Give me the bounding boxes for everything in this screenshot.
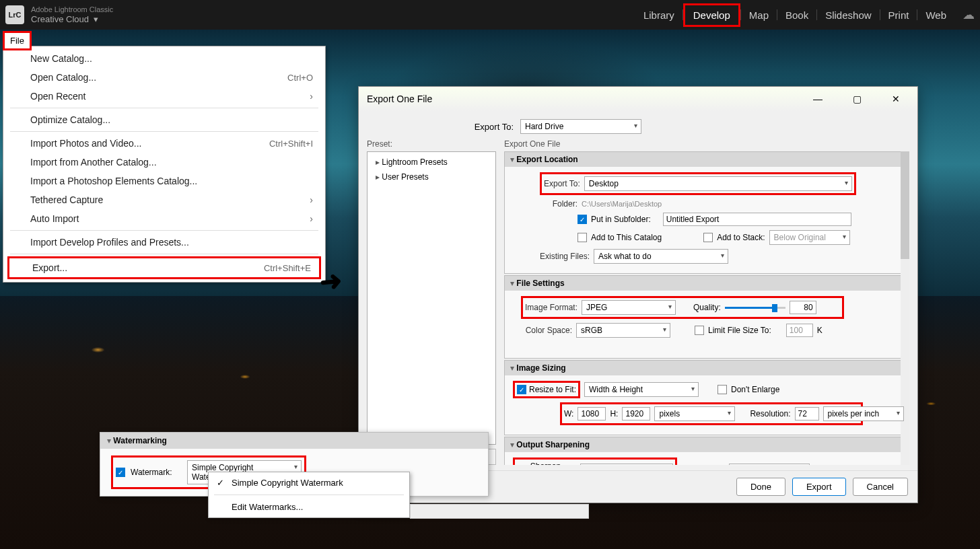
quality-slider[interactable] xyxy=(725,303,785,312)
panel-watermarking: Watermarking Watermark: Simple Copyright… xyxy=(100,432,489,497)
sharpen-for-dropdown[interactable]: Screen xyxy=(580,464,673,465)
close-button[interactable]: ✕ xyxy=(882,89,909,108)
amount-dropdown[interactable]: Standard xyxy=(729,464,810,465)
app-subtitle[interactable]: Creative Cloud ▾ xyxy=(31,14,113,25)
menu-import-photos[interactable]: Import Photos and Video...Ctrl+Shift+I xyxy=(3,134,325,153)
subfolder-checkbox[interactable] xyxy=(578,215,587,224)
add-catalog-label: Add to This Catalog xyxy=(591,233,662,242)
minimize-button[interactable]: — xyxy=(804,89,831,108)
limit-filesize-input[interactable] xyxy=(786,324,813,337)
resolution-unit-dropdown[interactable]: pixels per inch xyxy=(823,406,904,421)
resize-checkbox[interactable] xyxy=(517,385,526,394)
quality-label: Quality: xyxy=(693,303,721,312)
quality-input[interactable] xyxy=(790,301,816,314)
limit-filesize-checkbox[interactable] xyxy=(695,326,704,335)
add-stack-checkbox[interactable] xyxy=(703,233,713,242)
menu-separator xyxy=(214,495,404,495)
menu-separator xyxy=(10,131,318,132)
panel-header-file-settings[interactable]: File Settings xyxy=(505,276,909,291)
folder-label: Folder: xyxy=(551,199,578,209)
panel-header-watermarking[interactable]: Watermarking xyxy=(100,433,488,449)
nav-print[interactable]: Print xyxy=(880,5,917,25)
menu-import-profiles[interactable]: Import Develop Profiles and Presets... xyxy=(3,233,325,252)
shortcut-label: Ctrl+O xyxy=(287,73,313,83)
limit-filesize-label: Limit File Size To: xyxy=(708,326,771,335)
maximize-button[interactable]: ▢ xyxy=(843,89,870,108)
menu-separator xyxy=(10,230,318,231)
width-label: W: xyxy=(564,409,573,418)
watermark-checkbox[interactable] xyxy=(116,468,125,477)
export-to-label: Export To: xyxy=(372,122,514,132)
existing-files-dropdown[interactable]: Ask what to do xyxy=(594,249,728,264)
colorspace-dropdown[interactable]: sRGB xyxy=(576,323,670,338)
nav-slideshow[interactable]: Slideshow xyxy=(817,5,879,25)
menu-new-catalog[interactable]: New Catalog... xyxy=(3,49,325,68)
panel-header-location[interactable]: Export Location xyxy=(505,152,909,167)
preset-label: Preset: xyxy=(367,139,496,149)
file-menu: New Catalog... Open Catalog...Ctrl+O Ope… xyxy=(3,46,326,283)
preset-list[interactable]: Lightroom Presets User Presets xyxy=(367,151,496,445)
panel-export-location: Export Location Export To: Desktop Folde… xyxy=(504,151,909,274)
module-nav: Library Develop Map Book Slideshow Print… xyxy=(635,3,975,27)
menu-import-another[interactable]: Import from Another Catalog... xyxy=(3,153,325,172)
export-button[interactable]: Export xyxy=(792,478,846,496)
panel-file-settings: File Settings Image Format: JPEG Quality… xyxy=(504,275,909,359)
annotation-arrow-icon: ➜ xyxy=(318,265,344,298)
menu-open-catalog[interactable]: Open Catalog...Ctrl+O xyxy=(3,68,325,87)
export-to-inner-label: Export To: xyxy=(544,179,580,188)
dont-enlarge-checkbox[interactable] xyxy=(718,385,727,394)
add-stack-dropdown[interactable]: Below Original xyxy=(769,230,850,245)
menu-separator xyxy=(10,254,318,254)
scroll-thumb[interactable] xyxy=(901,151,909,259)
done-button[interactable]: Done xyxy=(736,478,785,496)
cloud-sync-icon[interactable]: ☁ xyxy=(963,7,975,22)
menu-optimize-catalog[interactable]: Optimize Catalog... xyxy=(3,110,325,129)
size-unit-dropdown[interactable]: pixels xyxy=(654,406,735,421)
panel-sharpening: Output Sharpening Sharpen For: Screen Am… xyxy=(504,437,909,465)
chevron-right-icon: › xyxy=(310,91,313,102)
subfolder-input[interactable] xyxy=(663,213,851,226)
app-title: Adobe Lightroom Classic Creative Cloud ▾ xyxy=(31,5,113,25)
watermark-dropdown-menu: Simple Copyright Watermark Edit Watermar… xyxy=(208,472,410,518)
preset-lightroom[interactable]: Lightroom Presets xyxy=(370,155,493,170)
nav-develop[interactable]: Develop xyxy=(683,3,740,27)
folder-path: C:\Users\Marija\Desktop xyxy=(582,200,662,208)
resize-label: Resize to Fit: xyxy=(529,385,576,394)
colorspace-label: Color Space: xyxy=(525,326,572,335)
menu-tethered[interactable]: Tethered Capture› xyxy=(3,190,325,209)
export-to-inner-dropdown[interactable]: Desktop xyxy=(584,176,852,191)
app-title-main: Adobe Lightroom Classic xyxy=(31,5,113,14)
add-catalog-checkbox[interactable] xyxy=(578,233,587,242)
resolution-input[interactable] xyxy=(795,407,819,420)
menu-auto-import[interactable]: Auto Import› xyxy=(3,209,325,228)
panel-header-sizing[interactable]: Image Sizing xyxy=(505,361,909,375)
width-input[interactable] xyxy=(578,407,606,420)
dialog-titlebar: Export One File — ▢ ✕ xyxy=(359,87,917,111)
resolution-label: Resolution: xyxy=(750,409,790,418)
limit-filesize-unit: K xyxy=(817,326,823,335)
shortcut-label: Ctrl+Shift+I xyxy=(269,139,313,149)
nav-library[interactable]: Library xyxy=(635,5,682,25)
dialog-title-text: Export One File xyxy=(367,94,432,104)
height-input[interactable] xyxy=(622,407,650,420)
menu-export[interactable]: Export...Ctrl+Shift+E xyxy=(7,256,321,279)
dont-enlarge-label: Don't Enlarge xyxy=(731,385,779,394)
file-menu-button[interactable]: File xyxy=(3,31,32,50)
height-label: H: xyxy=(610,409,618,418)
cancel-button[interactable]: Cancel xyxy=(853,478,908,496)
nav-book[interactable]: Book xyxy=(777,5,816,25)
nav-web[interactable]: Web xyxy=(917,5,954,25)
preset-user[interactable]: User Presets xyxy=(370,170,493,184)
panel-header-sharpening[interactable]: Output Sharpening xyxy=(505,437,909,452)
watermark-option-simple[interactable]: Simple Copyright Watermark xyxy=(209,472,409,493)
export-to-dropdown[interactable]: Hard Drive xyxy=(520,119,641,134)
image-format-dropdown[interactable]: JPEG xyxy=(582,300,676,315)
menu-import-pse[interactable]: Import a Photoshop Elements Catalog... xyxy=(3,172,325,190)
resize-mode-dropdown[interactable]: Width & Height xyxy=(584,382,699,397)
nav-map[interactable]: Map xyxy=(741,5,777,25)
existing-files-label: Existing Files: xyxy=(529,252,590,261)
topbar: LrC Adobe Lightroom Classic Creative Clo… xyxy=(0,0,980,30)
menu-open-recent[interactable]: Open Recent› xyxy=(3,87,325,106)
sharpen-label: Sharpen For: xyxy=(530,462,577,465)
watermark-option-edit[interactable]: Edit Watermarks... xyxy=(209,497,409,517)
